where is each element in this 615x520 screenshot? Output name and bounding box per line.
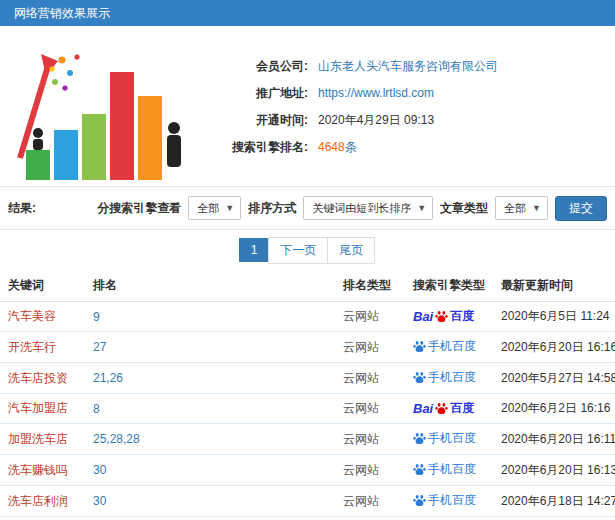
last-page-button[interactable]: 尾页 xyxy=(327,237,375,264)
engine-type-cell: 手机百度 xyxy=(405,424,493,455)
article-filter-select[interactable]: 全部 ▼ xyxy=(495,196,548,220)
updated-time-cell: 2020年6月20日 16:16 xyxy=(493,332,615,363)
baidu-logo-text: Bai xyxy=(413,309,433,324)
page: 网络营销效果展示 会员公 xyxy=(0,0,615,520)
column-header-updated: 最新更新时间 xyxy=(493,270,615,302)
mobile-baidu-label: 手机百度 xyxy=(428,338,476,355)
keyword-cell: 洗车店投资 xyxy=(0,363,85,394)
info-field-label: 会员公司: xyxy=(190,53,308,80)
keyword-cell: 汽车美容 xyxy=(0,302,85,332)
keyword-cell: 加盟洗车店 xyxy=(0,424,85,455)
keyword-cell: 洗车店利润 xyxy=(0,486,85,517)
page-number-current[interactable]: 1 xyxy=(239,238,270,262)
updated-time-cell: 2020年6月5日 11:24 xyxy=(493,302,615,332)
table-row: 洗车店利润30云网站手机百度2020年6月18日 14:27 xyxy=(0,486,615,517)
article-filter-label: 文章类型 xyxy=(440,200,488,217)
baidu-logo-text: Bai xyxy=(413,401,433,416)
rank-cell: 30 xyxy=(85,486,335,517)
article-filter-value: 全部 xyxy=(504,201,526,216)
mobile-baidu-paw-icon xyxy=(413,463,426,476)
baidu-logo: Bai百度 xyxy=(413,400,474,417)
baidu-logo-cn: 百度 xyxy=(450,400,474,417)
table-header-row: 关键词排名排名类型搜索引擎类型最新更新时间 xyxy=(0,270,615,302)
table-row: 加盟洗车店25,28,28云网站手机百度2020年6月20日 16:11 xyxy=(0,424,615,455)
engine-type-cell: Bai百度 xyxy=(405,394,493,424)
info-field-suffix: 条 xyxy=(345,140,357,154)
keyword-cell: 汽车加盟店 xyxy=(0,394,85,424)
info-field-label: 搜索引擎排名: xyxy=(190,134,308,161)
engine-type-cell: Bai百度 xyxy=(405,302,493,332)
keyword-cell: 洗车店加盟 xyxy=(0,517,85,520)
column-header-rank: 排名 xyxy=(85,270,335,302)
info-field-link[interactable]: 山东老人头汽车服务咨询有限公司 xyxy=(318,59,498,73)
rank-cell: 25,28,28 xyxy=(85,424,335,455)
rank-type-cell: 云网站 xyxy=(335,486,405,517)
submit-button[interactable]: 提交 xyxy=(555,196,607,221)
rank-type-cell: 云网站 xyxy=(335,302,405,332)
mobile-baidu-label: 手机百度 xyxy=(428,492,476,509)
mobile-baidu-paw-icon xyxy=(413,494,426,507)
result-section-label: 结果: xyxy=(8,200,36,217)
filter-controls: 分搜索引擎查看 全部 ▼ 排序方式 关键词由短到长排序 ▼ 文章类型 全部 ▼ … xyxy=(97,196,607,221)
bar-chart-illustration-svg xyxy=(6,30,191,182)
rank-cell: 21,26 xyxy=(85,363,335,394)
mobile-baidu-logo: 手机百度 xyxy=(413,461,476,478)
filter-bar: 结果: 分搜索引擎查看 全部 ▼ 排序方式 关键词由短到长排序 ▼ 文章类型 全… xyxy=(0,186,615,230)
mobile-baidu-logo: 手机百度 xyxy=(413,369,476,386)
results-table-body: 汽车美容9云网站Bai百度2020年6月5日 11:24开洗车行27云网站手机百… xyxy=(0,302,615,520)
chevron-down-icon: ▼ xyxy=(225,203,234,213)
info-field-row: 推广地址:https://www.lrtlsd.com xyxy=(190,80,615,107)
info-fields: 会员公司:山东老人头汽车服务咨询有限公司推广地址:https://www.lrt… xyxy=(190,51,615,161)
mobile-baidu-logo: 手机百度 xyxy=(413,338,476,355)
updated-time-cell: 2020年6月2日 16:16 xyxy=(493,394,615,424)
mobile-baidu-logo: 手机百度 xyxy=(413,430,476,447)
updated-time-cell: 2020年6月18日 14:30 xyxy=(493,517,615,520)
engine-type-cell: 手机百度 xyxy=(405,363,493,394)
bar-chart-illustration xyxy=(0,30,190,182)
baidu-logo: Bai百度 xyxy=(413,308,474,325)
rank-cell: 30 xyxy=(85,455,335,486)
rank-type-cell: 云网站 xyxy=(335,455,405,486)
info-field-row: 开通时间:2020年4月29日 09:13 xyxy=(190,107,615,134)
rank-cell: 8 xyxy=(85,394,335,424)
page-title: 网络营销效果展示 xyxy=(14,5,110,22)
updated-time-cell: 2020年5月27日 14:58 xyxy=(493,363,615,394)
pagination: 1 下一页 尾页 xyxy=(0,230,615,270)
engine-type-cell: 手机百度 xyxy=(405,332,493,363)
engine-filter-label: 分搜索引擎查看 xyxy=(97,200,181,217)
keyword-cell: 开洗车行 xyxy=(0,332,85,363)
engine-type-cell: 手机百度 xyxy=(405,455,493,486)
keyword-cell: 洗车赚钱吗 xyxy=(0,455,85,486)
updated-time-cell: 2020年6月20日 16:13 xyxy=(493,455,615,486)
rank-type-cell: 云网站 xyxy=(335,332,405,363)
table-row: 洗车赚钱吗30云网站手机百度2020年6月20日 16:13 xyxy=(0,455,615,486)
mobile-baidu-paw-icon xyxy=(413,340,426,353)
engine-type-cell: Bai百度 xyxy=(405,517,493,520)
info-section: 会员公司:山东老人头汽车服务咨询有限公司推广地址:https://www.lrt… xyxy=(0,26,615,186)
table-row: 汽车加盟店8云网站Bai百度2020年6月2日 16:16 xyxy=(0,394,615,424)
updated-time-cell: 2020年6月18日 14:27 xyxy=(493,486,615,517)
next-page-button[interactable]: 下一页 xyxy=(268,237,328,264)
top-header-bar: 网络营销效果展示 xyxy=(0,0,615,26)
rank-type-cell: 云网站 xyxy=(335,394,405,424)
info-field-link[interactable]: https://www.lrtlsd.com xyxy=(318,86,434,100)
mobile-baidu-label: 手机百度 xyxy=(428,430,476,447)
engine-filter-select[interactable]: 全部 ▼ xyxy=(188,196,241,220)
mobile-baidu-paw-icon xyxy=(413,371,426,384)
chevron-down-icon: ▼ xyxy=(417,203,426,213)
column-header-rank-type: 排名类型 xyxy=(335,270,405,302)
rank-cell: 9 xyxy=(85,302,335,332)
info-field-value: 2020年4月29日 09:13 xyxy=(318,113,434,127)
mobile-baidu-logo: 手机百度 xyxy=(413,492,476,509)
engine-filter-value: 全部 xyxy=(197,201,219,216)
table-row: 洗车店投资21,26云网站手机百度2020年5月27日 14:58 xyxy=(0,363,615,394)
baidu-paw-icon xyxy=(435,310,448,323)
rank-type-cell: 云网站 xyxy=(335,517,405,520)
column-header-engine-type: 搜索引擎类型 xyxy=(405,270,493,302)
sort-filter-select[interactable]: 关键词由短到长排序 ▼ xyxy=(303,196,433,220)
info-field-row: 会员公司:山东老人头汽车服务咨询有限公司 xyxy=(190,53,615,80)
rank-cell: 3 xyxy=(85,517,335,520)
sort-filter-value: 关键词由短到长排序 xyxy=(312,201,411,216)
table-row: 洗车店加盟3云网站Bai百度2020年6月18日 14:30 xyxy=(0,517,615,520)
info-field-label: 推广地址: xyxy=(190,80,308,107)
